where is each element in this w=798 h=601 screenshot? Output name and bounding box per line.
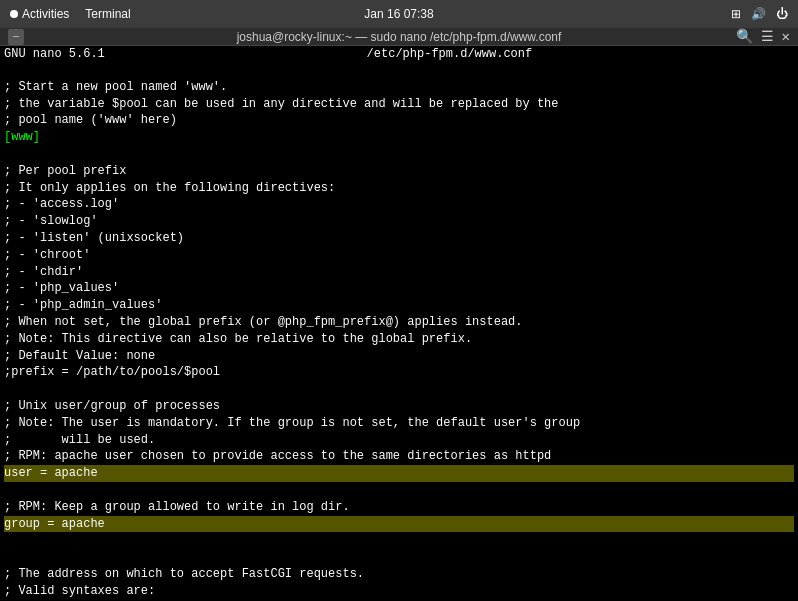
content-line-7: ; It only applies on the following direc… <box>4 181 335 195</box>
system-bar-right: ⊞ 🔊 ⏻ <box>731 7 788 21</box>
nano-info-bar: GNU nano 5.6.1 /etc/php-fpm.d/www.conf <box>0 46 798 62</box>
content-line-4: [www] <box>4 130 40 144</box>
content-line-6: ; Per pool prefix <box>4 164 126 178</box>
network-icon: ⊞ <box>731 7 741 21</box>
content-line-27: ; Valid syntaxes are: <box>4 584 155 598</box>
nano-version: GNU nano 5.6.1 <box>4 47 105 61</box>
nano-content-area[interactable]: ; Start a new pool named 'www'. ; the va… <box>0 62 798 601</box>
content-line-1: ; Start a new pool named 'www'. <box>4 80 227 94</box>
volume-icon: 🔊 <box>751 7 766 21</box>
content-line-17: ; Default Value: none <box>4 349 155 363</box>
content-line-14: ; - 'php_admin_values' <box>4 298 162 312</box>
terminal-minimize-button[interactable]: — <box>8 29 24 45</box>
content-line-11: ; - 'chroot' <box>4 248 90 262</box>
power-icon: ⏻ <box>776 7 788 21</box>
content-line-10: ; - 'listen' (unixsocket) <box>4 231 184 245</box>
content-line-24: ; RPM: Keep a group allowed to write in … <box>4 500 350 514</box>
terminal-window: — joshua@rocky-linux:~ — sudo nano /etc/… <box>0 28 798 601</box>
titlebar-left: — <box>8 29 24 45</box>
terminal-menu-icon[interactable]: ☰ <box>761 28 774 45</box>
system-bar: Activities Terminal Jan 16 07:38 ⊞ 🔊 ⏻ <box>0 0 798 28</box>
content-line-2: ; the variable $pool can be used in any … <box>4 97 559 111</box>
terminal-title: joshua@rocky-linux:~ — sudo nano /etc/ph… <box>237 30 562 44</box>
content-line-3: ; pool name ('www' here) <box>4 113 177 127</box>
content-line-group: group = apache <box>4 516 794 533</box>
content-line-9: ; - 'slowlog' <box>4 214 98 228</box>
terminal-search-icon[interactable]: 🔍 <box>736 28 753 45</box>
activities-label: Activities <box>22 7 69 21</box>
content-line-16: ; Note: This directive can also be relat… <box>4 332 472 346</box>
content-line-13: ; - 'php_values' <box>4 281 119 295</box>
content-line-user: user = apache <box>4 465 794 482</box>
content-line-26: ; The address on which to accept FastCGI… <box>4 567 364 581</box>
content-line-12: ; - 'chdir' <box>4 265 83 279</box>
terminal-close-icon[interactable]: ✕ <box>782 28 790 45</box>
nano-editor: GNU nano 5.6.1 /etc/php-fpm.d/www.conf ;… <box>0 46 798 601</box>
content-line-23: ; RPM: apache user chosen to provide acc… <box>4 449 551 463</box>
content-line-22: ; will be used. <box>4 433 155 447</box>
content-line-8: ; - 'access.log' <box>4 197 119 211</box>
activities-button[interactable]: Activities <box>10 7 69 21</box>
content-line-18: ;prefix = /path/to/pools/$pool <box>4 365 220 379</box>
content-line-15: ; When not set, the global prefix (or @p… <box>4 315 522 329</box>
activities-dot <box>10 10 18 18</box>
titlebar-right: 🔍 ☰ ✕ <box>736 28 790 45</box>
terminal-titlebar: — joshua@rocky-linux:~ — sudo nano /etc/… <box>0 28 798 46</box>
nano-filepath: /etc/php-fpm.d/www.conf <box>367 47 533 61</box>
system-bar-clock: Jan 16 07:38 <box>364 7 433 21</box>
system-bar-left: Activities Terminal <box>10 7 131 21</box>
terminal-label: Terminal <box>85 7 130 21</box>
content-line-21: ; Note: The user is mandatory. If the gr… <box>4 416 580 430</box>
content-line-20: ; Unix user/group of processes <box>4 399 220 413</box>
